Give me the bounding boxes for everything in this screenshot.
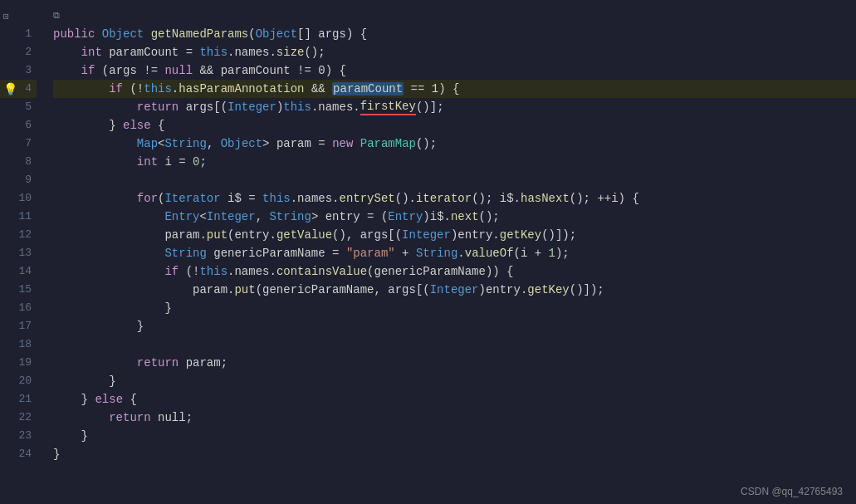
code-line-18 [53,335,856,354]
line-num-18: 18 [18,335,32,354]
line-num-6: 6 [25,116,32,135]
code-line-23: } [53,427,856,445]
code-line-12: param.put(entry.getValue(), args[(Intege… [53,226,856,244]
line-num-7: 7 [25,135,32,153]
line-num-17: 17 [18,317,32,335]
code-line-20: } [53,372,856,390]
code-line-22: return null; [53,409,856,427]
code-line-19: return param; [53,354,856,372]
code-line-1: public Object getNamedParams(Object[] ar… [53,25,856,43]
line-gutter: ⊡ 1 2 3 💡 4 5 6 7 [0,7,43,497]
code-line-11: Entry<Integer, String> entry = (Entry)i$… [53,208,856,226]
code-line-10: for(Iterator i$ = this.names.entrySet().… [53,189,856,208]
code-line-21: } else { [53,390,856,409]
line-num-14: 14 [18,262,32,281]
code-line-13: String genericParamName = "param" + Stri… [53,244,856,262]
code-line-4: if (!this.hasParamAnnotation && paramCou… [53,80,856,98]
code-content: ⧉ public Object getNamedParams(Object[] … [43,7,856,497]
code-line-17: } [53,317,856,335]
line-num-11: 11 [18,208,32,226]
watermark: CSDN @qq_42765493 [741,486,843,497]
code-line-24: } [53,445,856,463]
code-line-5: return args[(Integer)this.names.firstKey… [53,98,856,116]
line-num-16: 16 [18,299,32,317]
line-num-23: 23 [18,427,32,445]
line-num-15: 15 [18,281,32,299]
code-line-6: } else { [53,116,856,135]
line-num-21: 21 [18,390,32,409]
line-num-12: 12 [18,226,32,244]
code-line-16: } [53,299,856,317]
line-num-20: 20 [18,372,32,390]
line-num-3: 3 [25,61,32,80]
code-line-7: Map<String, Object> param = new ParamMap… [53,135,856,153]
line-num-9: 9 [25,171,32,189]
line-num-22: 22 [18,409,32,427]
code-line-header: ⧉ [53,7,856,25]
code-line-15: param.put(genericParamName, args[(Intege… [53,281,856,299]
line-num-2: 2 [25,43,32,61]
code-line-2: int paramCount = this.names.size(); [53,43,856,61]
line-num-24: 24 [18,445,32,463]
code-area: ⊡ 1 2 3 💡 4 5 6 7 [0,0,856,504]
line-num-4: 4 [25,80,32,98]
code-line-8: int i = 0; [53,153,856,171]
code-line-9 [53,171,856,189]
line-num-13: 13 [18,244,32,262]
hint-bulb-icon: 💡 [3,82,17,96]
line-num-1: 1 [25,25,32,43]
code-line-3: if (args != null && paramCount != 0) { [53,61,856,80]
copy-icon[interactable]: ⧉ [53,11,60,21]
line-num-8: 8 [25,153,32,171]
bookmark-icon: ⊡ [3,11,9,22]
line-num-5: 5 [25,98,32,116]
code-line-14: if (!this.names.containsValue(genericPar… [53,262,856,281]
line-num-19: 19 [18,354,32,372]
line-num-10: 10 [18,189,32,208]
editor-container: ⊡ 1 2 3 💡 4 5 6 7 [0,0,856,504]
